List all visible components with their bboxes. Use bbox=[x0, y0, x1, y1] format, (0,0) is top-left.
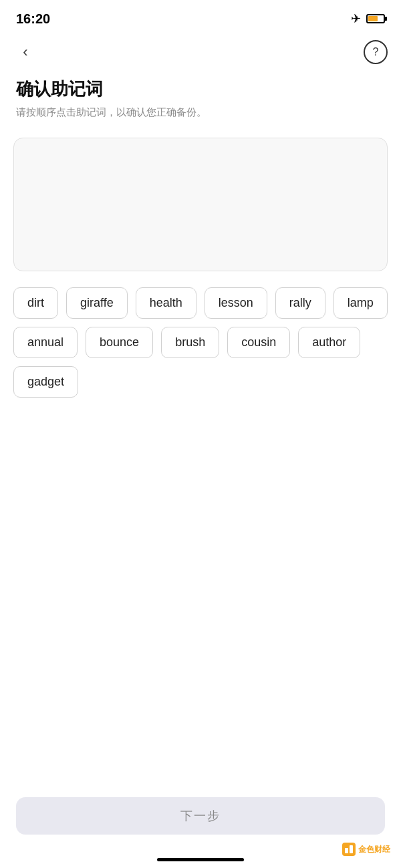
airplane-icon: ✈ bbox=[351, 11, 361, 26]
answer-area bbox=[13, 138, 388, 271]
bottom-section: 下一步 bbox=[0, 797, 401, 835]
home-indicator bbox=[157, 858, 244, 861]
back-button[interactable]: ‹ bbox=[13, 40, 37, 64]
word-chip-rally[interactable]: rally bbox=[275, 287, 325, 319]
word-chip-annual[interactable]: annual bbox=[13, 327, 78, 358]
status-icons: ✈ bbox=[351, 11, 385, 26]
svg-rect-0 bbox=[345, 848, 348, 853]
watermark: 金色财经 bbox=[342, 843, 390, 856]
back-chevron-icon: ‹ bbox=[23, 43, 27, 61]
help-button[interactable]: ? bbox=[364, 40, 388, 64]
next-button[interactable]: 下一步 bbox=[16, 797, 385, 835]
watermark-icon bbox=[342, 843, 356, 856]
word-chip-cousin[interactable]: cousin bbox=[227, 327, 290, 358]
status-bar: 16:20 ✈ bbox=[0, 0, 401, 35]
word-chip-bounce[interactable]: bounce bbox=[86, 327, 153, 358]
battery-icon bbox=[366, 14, 385, 23]
word-chip-giraffe[interactable]: giraffe bbox=[66, 287, 128, 319]
watermark-text: 金色财经 bbox=[358, 844, 390, 855]
word-chip-author[interactable]: author bbox=[298, 327, 360, 358]
word-chip-lamp[interactable]: lamp bbox=[333, 287, 388, 319]
status-time: 16:20 bbox=[16, 11, 50, 27]
word-chip-dirt[interactable]: dirt bbox=[13, 287, 58, 319]
word-chip-lesson[interactable]: lesson bbox=[205, 287, 267, 319]
word-chip-health[interactable]: health bbox=[136, 287, 196, 319]
page-header: 确认助记词 请按顺序点击助记词，以确认您正确备份。 bbox=[0, 69, 401, 124]
help-label: ? bbox=[373, 46, 379, 58]
nav-bar: ‹ ? bbox=[0, 35, 401, 69]
page-title: 确认助记词 bbox=[16, 78, 385, 101]
svg-rect-1 bbox=[350, 845, 353, 853]
watermark-logo-icon bbox=[344, 845, 354, 854]
page-subtitle: 请按顺序点击助记词，以确认您正确备份。 bbox=[16, 105, 385, 119]
word-chip-gadget[interactable]: gadget bbox=[13, 366, 78, 398]
word-chip-brush[interactable]: brush bbox=[161, 327, 219, 358]
battery-fill bbox=[368, 16, 378, 21]
words-container: dirtgiraffehealthlessonrallylampannualbo… bbox=[0, 287, 401, 398]
